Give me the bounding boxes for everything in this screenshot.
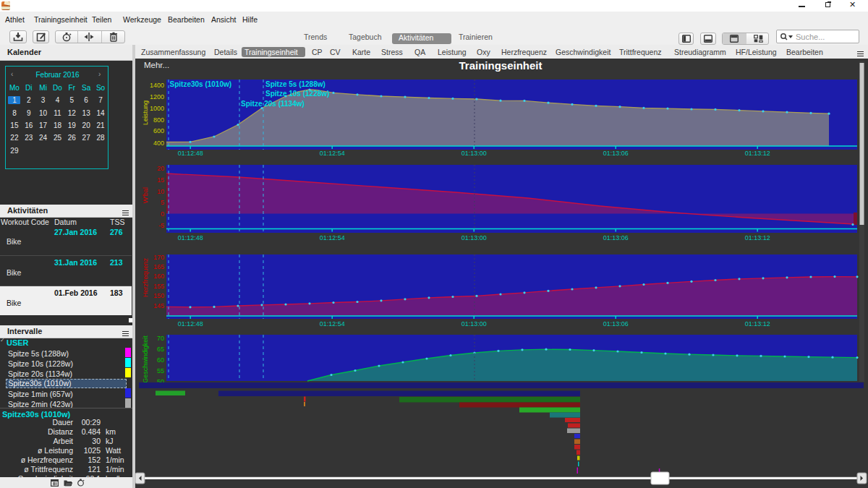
svg-text:10: 10 [157,188,164,195]
svg-text:01:13:06: 01:13:06 [603,320,629,328]
svg-text:Trainingseinheit: Trainingseinheit [459,59,542,72]
svg-text:Geschwindigkeit: Geschwindigkeit [142,335,149,383]
svg-text:01:12:54: 01:12:54 [320,234,345,241]
svg-text:01:13:00: 01:13:00 [461,320,487,328]
svg-text:01:13:12: 01:13:12 [745,150,770,157]
svg-text:800: 800 [153,116,164,124]
svg-text:Spitze30s (1010w): Spitze30s (1010w) [170,80,232,88]
svg-text:01:13:12: 01:13:12 [745,234,770,241]
svg-text:0: 0 [161,210,164,218]
svg-text:01:12:48: 01:12:48 [178,150,203,157]
svg-text:600: 600 [153,127,164,134]
svg-text:1200: 1200 [150,93,164,100]
svg-text:1000: 1000 [150,105,164,112]
svg-text:01:13:00: 01:13:00 [461,234,487,241]
svg-text:W'bal: W'bal [142,187,149,203]
svg-text:01:12:48: 01:12:48 [178,320,203,328]
svg-text:-5: -5 [158,222,164,229]
svg-text:01:12:54: 01:12:54 [320,150,345,157]
svg-text:Mehr...: Mehr... [144,61,169,69]
svg-text:55: 55 [157,367,164,374]
svg-text:Spitze 5s (1288w): Spitze 5s (1288w) [265,80,326,88]
svg-text:65: 65 [157,346,164,353]
svg-text:145: 145 [153,302,164,309]
svg-text:400: 400 [153,140,164,147]
svg-text:5: 5 [161,199,164,206]
svg-text:160: 160 [153,273,164,280]
svg-text:70: 70 [157,335,164,342]
svg-text:60: 60 [157,356,164,364]
svg-text:20: 20 [157,165,164,172]
svg-text:155: 155 [153,283,164,290]
svg-text:Spitze 20s (1134w): Spitze 20s (1134w) [241,100,305,108]
svg-text:01:13:06: 01:13:06 [603,150,629,157]
svg-text:Spitze 10s (1228w): Spitze 10s (1228w) [265,90,329,98]
svg-text:Leistung: Leistung [142,100,149,125]
svg-text:01:12:48: 01:12:48 [178,234,203,241]
svg-text:150: 150 [153,292,164,299]
svg-text:165: 165 [153,263,164,270]
svg-text:Herzfrequenz: Herzfrequenz [142,257,149,297]
svg-text:1400: 1400 [150,82,164,89]
svg-text:01:13:12: 01:13:12 [745,320,770,328]
svg-text:01:13:06: 01:13:06 [603,234,629,241]
svg-text:15: 15 [157,176,164,184]
svg-text:01:12:54: 01:12:54 [320,320,345,328]
svg-text:170: 170 [153,254,164,261]
svg-text:01:13:00: 01:13:00 [461,150,487,157]
